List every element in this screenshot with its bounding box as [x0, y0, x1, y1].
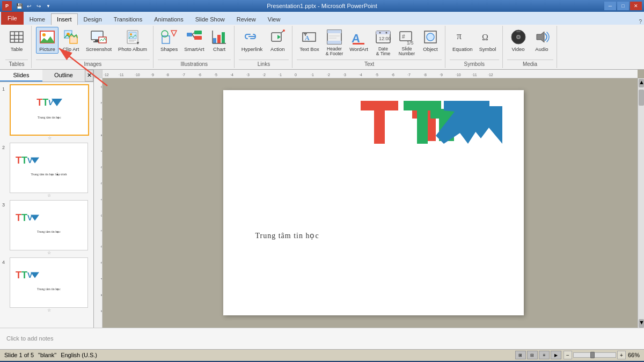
canvas-vscrollbar[interactable]: ▲ ▼ — [638, 78, 644, 328]
group-symbols: π Equation Ω Symbol Symbols — [447, 26, 503, 68]
slide-panel: Slides Outline ✕ 1 T T V — [0, 70, 94, 328]
smartart-button[interactable]: SmartArt — [181, 27, 207, 54]
ruler-vertical: ·8 ·7 ·6 ·5 ·4 ·3 ·2 ·1 0 ·1 ·2 ·3 — [94, 78, 103, 328]
screenshot-button[interactable]: Screenshot — [83, 27, 114, 54]
shapes-button[interactable]: Shapes — [158, 27, 180, 54]
maximize-button[interactable]: □ — [617, 2, 629, 10]
slide-3-thumb[interactable]: T T V Trung tâm tin học — [10, 200, 88, 250]
slide-number-button[interactable]: # 1/5 SlideNumber — [396, 27, 418, 58]
symbol-button[interactable]: Ω Symbol — [477, 27, 499, 54]
slideshow-btn[interactable]: ▶ — [551, 351, 561, 359]
tab-review[interactable]: Review — [231, 13, 262, 25]
minimize-button[interactable]: ─ — [604, 2, 616, 10]
ribbon-help[interactable]: ? — [639, 19, 642, 25]
tab-transitions[interactable]: Transitions — [108, 13, 148, 25]
customize-quick-btn[interactable]: ▼ — [44, 2, 53, 10]
hyperlink-button[interactable]: Hyperlink — [239, 27, 266, 54]
slide-2-thumb[interactable]: T T V Trung tâm tin học lập trình — [10, 143, 88, 193]
svg-point-16 — [130, 33, 132, 35]
zoom-out-btn[interactable]: − — [564, 351, 572, 359]
header-footer-button[interactable]: Header& Footer — [323, 27, 346, 58]
photoalbum-button[interactable]: ▼ Photo Album — [115, 27, 150, 54]
wordart-icon: A — [350, 28, 368, 46]
slide-canvas[interactable]: Trung tâm tin học ▲ ▼ — [103, 78, 644, 328]
slides-tab[interactable]: Slides — [0, 70, 42, 82]
quick-access-toolbar[interactable]: P 💾 ↩ ↪ ▼ — [2, 1, 53, 11]
normal-view-btn[interactable]: ⊞ — [515, 351, 526, 359]
notes-area[interactable]: Click to add notes — [0, 328, 644, 349]
zoom-in-btn[interactable]: + — [617, 351, 626, 359]
zoom-controls: − + 66% — [564, 351, 640, 359]
tab-slideshow[interactable]: Slide Show — [189, 13, 231, 25]
svg-text:Ω: Ω — [482, 33, 488, 42]
zoom-slider[interactable] — [573, 352, 616, 358]
zoom-slider-thumb[interactable] — [590, 352, 595, 358]
group-text: A Text Box — [294, 26, 445, 68]
tab-view[interactable]: View — [262, 13, 287, 25]
equation-button[interactable]: π Equation — [450, 27, 475, 54]
svg-text:·11: ·11 — [119, 73, 124, 77]
vscroll-down[interactable]: ▼ — [639, 319, 644, 328]
close-panel-btn[interactable]: ✕ — [85, 70, 93, 82]
svg-rect-114 — [417, 101, 428, 144]
slide-area: ·12 ·11 ·10 ·9 ·8 ·7 ·6 ·5 ·4 ·3 ·2 ·1 — [94, 70, 644, 328]
window-title: Presentation1.pptx - Microsoft PowerPoin… — [0, 3, 644, 9]
undo-quick-btn[interactable]: ↩ — [25, 2, 33, 10]
slide-1-thumb[interactable]: T T V Trung tâm tin học — [10, 84, 89, 136]
main-area: Slides Outline ✕ 1 T T V — [0, 70, 644, 328]
tab-home[interactable]: Home — [24, 13, 51, 25]
ruler-horizontal: ·12 ·11 ·10 ·9 ·8 ·7 ·6 ·5 ·4 ·3 ·2 ·1 — [103, 70, 638, 78]
equation-icon: π — [454, 28, 471, 46]
symbol-label: Symbol — [479, 47, 496, 52]
tab-insert[interactable]: Insert — [51, 13, 78, 25]
chart-button[interactable]: Chart — [208, 27, 231, 54]
date-time-button[interactable]: 12:00 Date& Time — [372, 27, 394, 58]
svg-text:·9: ·9 — [151, 73, 154, 77]
tab-file[interactable]: File — [1, 12, 24, 25]
outline-tab[interactable]: Outline — [42, 70, 85, 82]
object-button[interactable]: Object — [419, 27, 442, 54]
table-button[interactable]: Table — [5, 27, 28, 54]
svg-text:#: # — [402, 34, 405, 40]
picture-label: Picture — [39, 47, 55, 52]
svg-text:·4: ·4 — [359, 73, 362, 77]
slide-4-thumb[interactable]: T T V Trung tâm tin học — [10, 257, 88, 308]
slide-frame[interactable]: Trung tâm tin học — [223, 90, 524, 315]
close-button[interactable]: ✕ — [630, 2, 642, 10]
notes-placeholder[interactable]: Click to add notes — [6, 335, 53, 342]
reading-btn[interactable]: ≡ — [539, 351, 550, 359]
slide-info: Slide 1 of 5 — [4, 352, 34, 358]
redo-quick-btn[interactable]: ↪ — [34, 2, 43, 10]
group-images-label: Images — [36, 60, 150, 67]
group-illustrations-label: Illustrations — [158, 60, 231, 67]
wordart-button[interactable]: A WordArt — [347, 27, 371, 54]
svg-marker-69 — [31, 272, 39, 278]
window-controls[interactable]: ─ □ ✕ — [604, 2, 642, 10]
slide-text[interactable]: Trung tâm tin học — [255, 231, 319, 240]
svg-text:·6: ·6 — [391, 73, 394, 77]
title-bar: P 💾 ↩ ↪ ▼ Presentation1.pptx - Microsoft… — [0, 0, 644, 12]
audio-button[interactable]: Audio — [531, 27, 553, 54]
textbox-label: Text Box — [299, 47, 319, 52]
svg-text:·8: ·8 — [166, 73, 169, 77]
vscroll-up[interactable]: ▲ — [639, 79, 644, 87]
tab-design[interactable]: Design — [78, 13, 108, 25]
picture-button[interactable]: Picture — [36, 27, 58, 54]
svg-point-6 — [42, 33, 46, 36]
svg-point-63 — [517, 36, 519, 38]
tab-animations[interactable]: Animations — [148, 13, 189, 25]
shapes-label: Shapes — [160, 47, 178, 52]
action-button[interactable]: Action — [266, 27, 289, 54]
slidesorter-btn[interactable]: ⊟ — [527, 351, 538, 359]
photoalbum-icon: ▼ — [124, 28, 141, 46]
clipart-button[interactable]: Clip Art — [60, 27, 82, 54]
svg-rect-43 — [327, 30, 341, 33]
group-tables-label: Tables — [5, 60, 28, 67]
svg-rect-64 — [516, 31, 521, 32]
save-quick-btn[interactable]: 💾 — [15, 2, 24, 10]
svg-text:π: π — [457, 31, 462, 41]
video-button[interactable]: Video — [507, 27, 530, 54]
vscroll-thumb[interactable] — [639, 90, 644, 106]
svg-marker-115 — [436, 101, 489, 144]
textbox-button[interactable]: A Text Box — [297, 27, 321, 54]
